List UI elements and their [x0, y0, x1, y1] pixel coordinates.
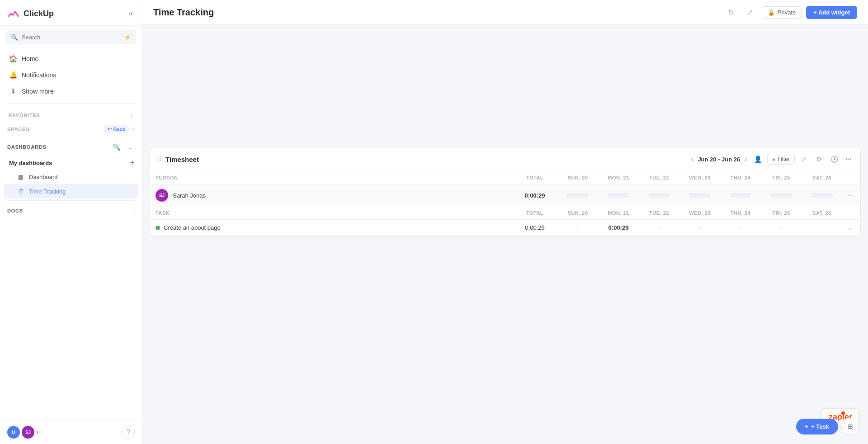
col-wed-header: WED, 23 — [679, 171, 720, 184]
col-person-header: PERSON — [150, 171, 512, 184]
sidebar-footer: U SJ ▾ ? — [0, 420, 142, 444]
clock-button[interactable]: 🕐 — [828, 153, 841, 165]
person-filter-button[interactable]: 👤 — [751, 154, 764, 165]
task-total-value: 0:00:29 — [525, 224, 544, 231]
sidebar-item-home-label: Home — [22, 55, 38, 62]
task-mon-value: 0:00:29 — [609, 224, 629, 231]
more-options-button[interactable]: ··· — [844, 155, 853, 163]
task-mon-cell: 0:00:29 — [598, 220, 639, 236]
spaces-expand-icon: › — [132, 126, 135, 132]
sat-bar-cell — [802, 184, 842, 207]
dashboards-actions: 🔍 ⌄ — [111, 142, 135, 151]
date-range: Jun 20 - Jun 26 — [698, 156, 740, 163]
my-dashboards-label: My dashboards — [9, 160, 52, 166]
collapse-sidebar-button[interactable]: « — [127, 8, 135, 19]
col-task-mon-header: MON, 21 — [598, 207, 639, 220]
private-button[interactable]: 🔒 Private — [762, 6, 802, 19]
task-fri-cell: - — [761, 220, 802, 236]
docs-expand-icon: › — [133, 207, 135, 214]
expand-dashboards-button[interactable]: ⌄ — [126, 142, 135, 151]
back-label: Back — [113, 127, 125, 132]
settings-button[interactable]: ⚙ — [813, 153, 826, 165]
person-cell: SJ Sarah Jonas — [156, 189, 507, 202]
task-total-cell: 0:00:29 — [512, 220, 557, 236]
task-status-dot — [156, 226, 160, 230]
sidebar-item-time-tracking[interactable]: ⏱ Time Tracking — [4, 184, 138, 198]
add-dashboard-button[interactable]: + — [130, 159, 135, 167]
thu-bar-cell — [720, 184, 761, 207]
tue-bar-cell — [639, 184, 679, 207]
col-tue-header: TUE, 22 — [639, 171, 679, 184]
expand-button[interactable]: ⤢ — [743, 5, 757, 19]
grid-icon: ⊞ — [848, 423, 853, 430]
col-task-header: TASK — [150, 207, 512, 220]
refresh-button[interactable]: ↻ — [724, 5, 738, 19]
drag-handle-icon[interactable]: ⠿ — [157, 156, 162, 163]
col-task-sat-header: SAT, 26 — [802, 207, 842, 220]
sidebar-item-show-more[interactable]: ⬇ Show more — [4, 83, 138, 99]
help-button[interactable]: ? — [122, 426, 135, 439]
sidebar-item-notifications[interactable]: 🔔 Notifications — [4, 67, 138, 83]
user-area[interactable]: U SJ ▾ — [7, 426, 39, 439]
add-task-button[interactable]: + + Task — [796, 419, 838, 435]
col-fri-header: FRI, 25 — [761, 171, 802, 184]
prev-date-button[interactable]: ‹ — [689, 155, 695, 164]
favorites-section[interactable]: FAVORITES › — [0, 105, 142, 120]
search-dashboards-button[interactable]: 🔍 — [111, 142, 122, 151]
docs-section[interactable]: DOCS › — [0, 203, 142, 218]
bottom-actions: + + Task ⊞ — [796, 418, 859, 435]
user-caret-button[interactable]: ▾ — [36, 430, 39, 435]
col-task-fri-header: FRI, 25 — [761, 207, 802, 220]
add-widget-button[interactable]: + Add widget — [806, 6, 857, 19]
divider — [7, 103, 135, 104]
task-tue-cell: - — [639, 220, 679, 236]
col-mon-header: MON, 21 — [598, 171, 639, 184]
person-expand-button[interactable]: ⋯ — [848, 193, 853, 199]
fullscreen-button[interactable]: ⤢ — [797, 153, 810, 165]
person-avatar: SJ — [156, 189, 168, 202]
empty-area — [142, 25, 868, 147]
favorites-expand-icon: › — [131, 112, 133, 118]
task-sat-cell — [802, 220, 842, 236]
task-cell: Create an about page — [156, 224, 507, 231]
sidebar-item-dashboard[interactable]: ▦ Dashboard — [4, 170, 138, 184]
filter-button[interactable]: ≡ Filter — [767, 154, 795, 165]
sidebar-header: ClickUp « — [0, 0, 142, 26]
grid-view-button[interactable]: ⊞ — [842, 418, 859, 435]
search-bar[interactable]: 🔍 ⚡ — [5, 30, 137, 44]
main-header: Time Tracking ↻ ⤢ 🔒 Private + Add widget — [142, 0, 868, 25]
main-body: ⠿ Timesheet ‹ Jun 20 - Jun 26 › 👤 ≡ Filt… — [142, 25, 868, 444]
person-total-value: 0:00:29 — [525, 192, 545, 199]
next-date-button[interactable]: › — [743, 155, 749, 164]
main-content: Time Tracking ↻ ⤢ 🔒 Private + Add widget… — [142, 0, 868, 444]
back-arrow-icon: ↩ — [108, 126, 112, 132]
docs-label: DOCS — [7, 208, 23, 213]
my-dashboards-row: My dashboards + — [0, 156, 142, 170]
bell-icon: 🔔 — [9, 71, 17, 79]
spaces-section: SPACES ↩ Back › — [0, 120, 142, 138]
table-row: Create an about page 0:00:29 - 0:00:29 -… — [150, 220, 860, 236]
sidebar-item-dashboard-label: Dashboard — [29, 174, 58, 180]
task-table: TASK TOTAL SUN, 20 MON, 21 TUE, 22 WED, … — [150, 207, 860, 236]
sidebar-item-home[interactable]: 🏠 Home — [4, 51, 138, 67]
task-wed-cell: - — [679, 220, 720, 236]
clock-icon: ⏱ — [17, 188, 24, 195]
widget-title: Timesheet — [165, 156, 199, 163]
zapier-notification-dot — [841, 411, 845, 415]
header-actions: ↻ ⤢ 🔒 Private + Add widget — [724, 5, 857, 19]
dashboards-section[interactable]: DASHBOARDS 🔍 ⌄ — [0, 138, 142, 156]
search-input[interactable] — [22, 34, 120, 41]
person-total-cell: 0:00:29 — [512, 184, 557, 207]
filter-icon: ≡ — [772, 156, 775, 162]
task-expand-button[interactable]: ⌄ — [848, 225, 852, 231]
back-button[interactable]: ↩ Back — [104, 125, 129, 133]
fri-bar-cell — [761, 184, 802, 207]
lightning-icon-button[interactable]: ⚡ — [124, 34, 131, 41]
logo-text: ClickUp — [24, 9, 54, 19]
person-name: Sarah Jonas — [173, 192, 206, 199]
private-label: Private — [778, 9, 796, 16]
person-name-cell: SJ Sarah Jonas — [150, 184, 512, 207]
sidebar-item-notifications-label: Notifications — [22, 71, 56, 79]
person-table: PERSON TOTAL SUN, 20 MON, 21 TUE, 22 WED… — [150, 171, 860, 207]
clickup-logo-icon — [7, 7, 20, 20]
